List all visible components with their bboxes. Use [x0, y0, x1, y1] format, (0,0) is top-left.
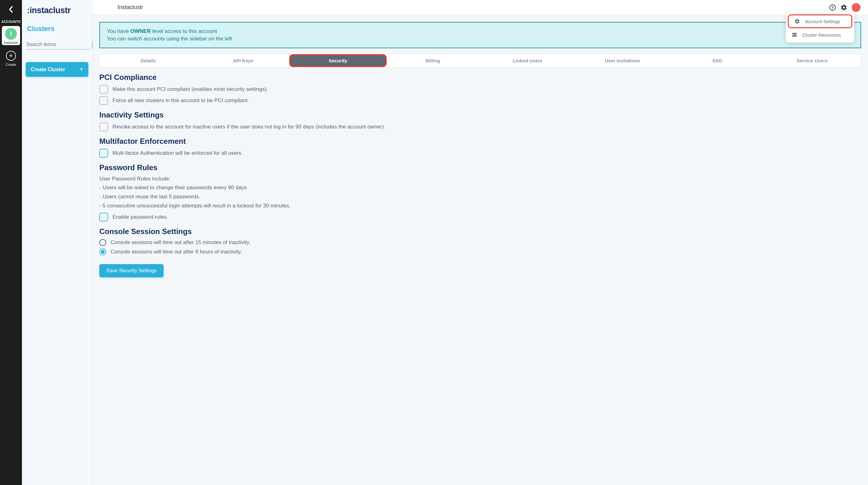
tab-user-invitations[interactable]: User Invitations	[575, 56, 670, 66]
section-heading: Multifactor Enforcement	[99, 137, 861, 146]
account-selector[interactable]: I Instaclustr	[2, 26, 20, 45]
section-heading: Inactivity Settings	[99, 110, 861, 119]
banner-text: You have	[107, 28, 130, 34]
section-password: Password Rules User Password Rules inclu…	[99, 163, 861, 222]
checkbox-label: Make this account PCI compliant (enables…	[113, 86, 268, 92]
tab-linked-users[interactable]: Linked Users	[480, 56, 575, 66]
section-console: Console Session Settings Console session…	[99, 227, 861, 255]
back-icon[interactable]	[8, 6, 14, 13]
search-row	[26, 40, 88, 50]
checkbox-enable-password-rules[interactable]	[99, 213, 108, 222]
tab-billing[interactable]: Billing	[385, 56, 480, 66]
checkbox-mfa-enforce[interactable]	[99, 149, 108, 158]
search-input[interactable]	[26, 40, 90, 50]
section-heading: PCI Compliance	[99, 73, 861, 82]
content: You have OWNER level access to this acco…	[92, 15, 868, 290]
section-inactivity: Inactivity Settings Revoke access to the…	[99, 110, 861, 131]
svg-point-6	[793, 34, 794, 34]
dropdown-item-account-settings[interactable]: Account Settings	[788, 14, 852, 28]
topbar: Instaclustr ?	[92, 0, 868, 15]
settings-dropdown: Account Settings Cluster Resources	[786, 12, 854, 43]
svg-point-7	[793, 36, 794, 36]
brand-text: instaclustr	[30, 6, 71, 15]
checkbox-label: Force all new clusters in this account t…	[113, 97, 249, 104]
create-cluster-label: Create Cluster	[31, 67, 65, 72]
dropdown-item-label: Cluster Resources	[802, 32, 841, 38]
banner-text: level access to this account	[151, 28, 217, 34]
checkbox-label: Revoke access to the account for inactiv…	[113, 124, 385, 130]
banner-text: You can switch accounts using the sideba…	[107, 35, 854, 43]
account-name: Instaclustr	[4, 41, 18, 44]
plus-icon: +	[80, 66, 83, 73]
sidebar: :instaclustr Clusters Create Cluster +	[22, 0, 92, 485]
dropdown-item-label: Account Settings	[805, 19, 840, 24]
section-heading: Password Rules	[99, 163, 861, 172]
sidebar-heading: Clusters	[26, 25, 88, 33]
gear-icon	[794, 19, 800, 24]
tabs: Details API Keys Security Billing Linked…	[99, 54, 861, 67]
radio-label: Console sessions will time out after 15 …	[111, 239, 250, 246]
access-banner: You have OWNER level access to this acco…	[99, 22, 861, 48]
checkbox-pci-compliant[interactable]	[99, 85, 108, 94]
tab-api-keys[interactable]: API Keys	[196, 56, 291, 66]
user-avatar[interactable]	[852, 3, 861, 12]
banner-role: OWNER	[130, 28, 151, 34]
tab-security[interactable]: Security	[290, 56, 385, 66]
create-label: Create	[6, 63, 16, 66]
section-heading: Console Session Settings	[99, 227, 861, 236]
checkbox-label: Multi-factor Authentication will be enfo…	[113, 150, 243, 156]
tab-sso[interactable]: SSO	[670, 56, 765, 66]
tab-service-users[interactable]: Service Users	[765, 56, 860, 66]
plus-circle-icon: +	[6, 51, 16, 61]
page-title: Instaclustr	[118, 4, 143, 11]
main: Instaclustr ? Account Settings Cluster R…	[92, 0, 868, 485]
help-icon[interactable]: ?	[829, 4, 836, 11]
create-cluster-button[interactable]: Create Cluster +	[26, 62, 88, 77]
checkbox-revoke-inactive[interactable]	[99, 123, 108, 131]
section-pci: PCI Compliance Make this account PCI com…	[99, 73, 861, 105]
brand-logo: :instaclustr	[26, 6, 88, 15]
checkbox-force-pci[interactable]	[99, 96, 108, 105]
accounts-label: ACCOUNTS	[2, 20, 21, 24]
create-button[interactable]: + Create	[6, 51, 16, 66]
section-mfa: Multifactor Enforcement Multi-factor Aut…	[99, 137, 861, 158]
dropdown-item-cluster-resources[interactable]: Cluster Resources	[786, 29, 854, 41]
checkbox-label: Enable password rules.	[113, 214, 168, 220]
gear-icon[interactable]	[840, 4, 847, 11]
password-rule: - 5 consecutive unsuccessful login attem…	[99, 202, 861, 210]
resources-icon	[792, 32, 797, 38]
save-security-button[interactable]: Save Security Settings	[99, 264, 163, 277]
radio-session-8hr[interactable]	[99, 249, 106, 255]
left-rail: ACCOUNTS I Instaclustr + Create	[0, 0, 22, 485]
password-rule: - Users will be asked to change their pa…	[99, 184, 861, 192]
svg-text:?: ?	[831, 5, 834, 10]
account-avatar: I	[5, 28, 17, 40]
radio-session-15min[interactable]	[99, 239, 106, 246]
radio-label: Console sessions will time out after 8 h…	[111, 249, 242, 255]
password-rule: - Users cannot reuse the last 5 password…	[99, 193, 861, 201]
password-intro: User Password Rules include:	[99, 175, 861, 183]
tab-details[interactable]: Details	[101, 56, 196, 66]
